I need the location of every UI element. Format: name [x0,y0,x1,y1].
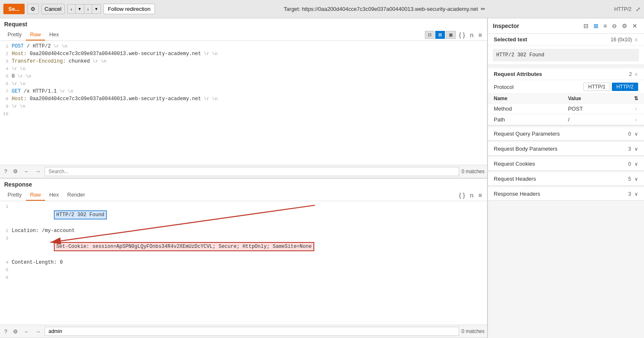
http1-button[interactable]: HTTP/1 [583,83,610,91]
response-help-icon[interactable]: ? [3,328,9,335]
request-search-bar: ? ⚙ ← → 0 matches [0,165,487,178]
nav-back-dropdown[interactable]: ▾ [76,5,84,13]
main-toolbar: Se... ⚙ Cancel ‹ ▾ › ▾ Follow redirectio… [0,0,644,18]
highlight-btn[interactable]: n [468,30,475,39]
view-btn-3[interactable]: ▣ [446,31,456,39]
selection-count: 16 (0x10) [611,37,632,43]
response-section: Response Pretty Raw Hex Render { } n ≡ 1 [0,179,487,338]
attr-path-name: Path [488,114,562,125]
response-code-area[interactable]: 1 HTTP/2 302 Found 2 Location: /my-accou… [0,201,487,325]
request-headers-header[interactable]: Request Headers 5 ∨ [488,172,644,185]
nav-forward-dropdown[interactable]: ▾ [92,5,101,13]
code-line: 4 Content-Length: 0 [0,259,487,266]
response-search-settings-icon[interactable]: ⚙ [11,328,20,335]
inspector-close-btn[interactable]: ✕ [631,22,639,30]
selection-text-box: HTTP/2 302 Found [493,49,639,61]
view-btn-2[interactable]: ⊠ [435,31,445,39]
req-headers-chevron-icon: ∨ [634,176,638,182]
request-body-parameters-title: Request Body Parameters [494,146,628,152]
request-headers-count: 5 [628,176,631,182]
request-body-parameters-header[interactable]: Request Body Parameters 3 ∨ [488,142,644,155]
inspector-title: Inspector [493,23,582,29]
inspector-settings-btn[interactable]: ⚙ [620,22,629,30]
request-attributes-section: Request Attributes 2 ∧ Protocol HTTP/1 H… [488,68,644,126]
view-btn-1[interactable]: ⊟ [425,31,434,39]
request-tab-raw[interactable]: Raw [26,29,45,40]
code-line: 1 HTTP/2 302 Found [0,203,487,227]
request-query-parameters-count: 0 [628,131,631,137]
table-row: Path / › [488,114,644,125]
response-tab-hex[interactable]: Hex [45,189,63,201]
selection-chevron-icon: ∧ [634,37,638,43]
code-line: 4 \r \n [0,65,487,73]
response-more-options-btn[interactable]: ≡ [477,191,484,199]
send-button[interactable]: Se... [3,4,25,14]
response-tab-raw[interactable]: Raw [26,189,45,201]
request-cookies-count: 0 [628,161,631,167]
more-options-btn[interactable]: ≡ [477,30,484,39]
search-settings-icon[interactable]: ⚙ [11,167,20,175]
code-line: 2 Location: /my-account [0,227,487,235]
request-tab-actions: ⊟ ⊠ ▣ { } n ≡ [425,30,484,39]
request-headers-title: Request Headers [494,176,628,182]
request-tab-hex[interactable]: Hex [45,29,63,40]
table-row: Method POST › [488,103,644,114]
inspector-minimize-btn[interactable]: ⊖ [610,22,619,30]
request-search-input[interactable] [45,167,459,176]
attributes-header: Request Attributes 2 ∧ [488,68,644,80]
http2-button[interactable]: HTTP/2 [612,83,638,91]
request-tab-bar: Pretty Raw Hex ⊟ ⊠ ▣ { } n ≡ [0,29,487,41]
response-section-title: Response [0,179,487,189]
code-line: 5 [0,266,487,274]
code-line: 6 [0,274,487,281]
set-cookie-highlight: Set-Cookie: session=ApSPN0gLQyFOnbs34R4v… [54,242,314,251]
request-cookies-title: Request Cookies [494,161,628,167]
response-tab-render[interactable]: Render [63,189,89,201]
request-cookies-header[interactable]: Request Cookies 0 ∨ [488,157,644,170]
response-highlight-btn[interactable]: n [468,191,475,199]
inspector-view-btn-2[interactable]: ⊠ [592,22,600,30]
attr-method-name: Method [488,103,562,114]
code-line: 3 Set-Cookie: session=ApSPN0gLQyFOnbs34R… [0,235,487,259]
code-line: 5 0 \r \n [0,73,487,80]
expand-icon: ⤢ [636,6,641,13]
cancel-button[interactable]: Cancel [41,4,65,14]
request-query-parameters-header[interactable]: Request Query Parameters 0 ∨ [488,127,644,140]
response-search-prev-icon[interactable]: ← [22,328,31,335]
inspector-panel: Inspector ⊟ ⊠ ≡ ⊖ ⚙ ✕ Selected text 16 (… [487,18,644,338]
selection-header: Selected text 16 (0x10) ∧ [488,34,644,45]
code-line: 10 [0,110,487,118]
attributes-chevron-icon: ∧ [634,71,638,77]
query-params-chevron-icon: ∨ [634,131,638,137]
protocol-badge: HTTP/2 [614,6,631,12]
response-search-next-icon[interactable]: → [33,328,42,335]
response-tab-pretty[interactable]: Pretty [3,189,26,201]
left-panel: Request Pretty Raw Hex ⊟ ⊠ ▣ { } n ≡ [0,18,487,338]
code-line: 7 GET /x HTTP/1.1 \r \n [0,88,487,95]
settings-button[interactable]: ⚙ [27,4,39,14]
attr-path-value: / [562,114,628,125]
request-query-parameters-title: Request Query Parameters [494,131,628,137]
inspector-view-btn-1[interactable]: ⊟ [582,22,590,30]
response-wrapper: 1 HTTP/2 302 Found 2 Location: /my-accou… [0,201,487,325]
nav-forward-button[interactable]: › [84,5,92,13]
response-headers-section: Response Headers 3 ∨ [488,187,644,201]
response-headers-title: Response Headers [494,191,628,197]
attributes-title: Request Attributes [494,71,629,77]
search-prev-icon[interactable]: ← [22,167,31,175]
request-section: Request Pretty Raw Hex ⊟ ⊠ ▣ { } n ≡ [0,18,487,179]
request-tab-pretty[interactable]: Pretty [3,29,26,40]
pretty-print-btn[interactable]: { } [457,30,467,39]
response-headers-header[interactable]: Response Headers 3 ∨ [488,187,644,200]
response-pretty-print-btn[interactable]: { } [457,191,467,199]
help-icon[interactable]: ? [3,167,9,175]
search-next-icon[interactable]: → [33,167,42,175]
response-search-matches: 0 matches [462,328,485,334]
inspector-align-btn[interactable]: ≡ [602,22,609,30]
code-line: 3 Transfer-Encoding: chunked \r \n [0,58,487,65]
follow-redirection-button[interactable]: Follow redirection [104,4,155,14]
response-search-input[interactable] [45,327,459,336]
request-code-area[interactable]: 1 POST / HTTP/2 \r \n 2 Host: 0aa200d404… [0,41,487,165]
nav-back-button[interactable]: ‹ [68,5,76,13]
attr-path-chevron: › [628,114,644,125]
